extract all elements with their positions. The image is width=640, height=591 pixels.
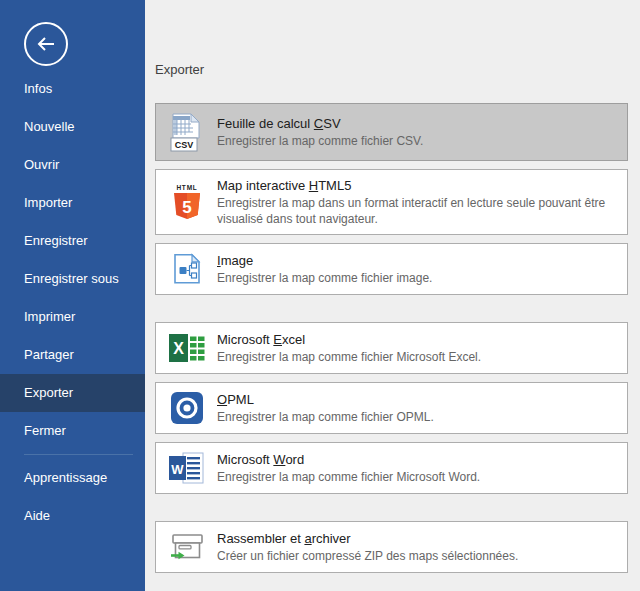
sidebar-item-imprimer[interactable]: Imprimer (0, 298, 145, 336)
title-text: Map interactive (217, 178, 309, 193)
csv-spreadsheet-icon: CSV (168, 111, 206, 153)
group-gap (155, 502, 628, 521)
export-option-text: Feuille de calcul CSV Enregistrer la map… (217, 115, 423, 149)
export-option-description: Enregistrer la map comme fichier Microso… (217, 469, 480, 485)
export-option-description: Enregistrer la map dans un format intera… (217, 195, 615, 227)
export-options-list: CSV Feuille de calcul CSV Enregistrer la… (155, 103, 628, 573)
title-accelerator: E (273, 332, 282, 347)
title-text: SV (323, 116, 340, 131)
title-text: Feuille de calcul (217, 116, 314, 131)
sidebar-item-apprentissage[interactable]: Apprentissage (0, 459, 145, 497)
export-option-description: Créer un fichier compressé ZIP des maps … (217, 548, 518, 564)
export-panel: Exporter CSV Feuille de calcul CSV Enreg… (145, 0, 640, 591)
sidebar-item-importer[interactable]: Importer (0, 184, 145, 222)
html5-icon-word: HTML (176, 184, 197, 191)
sidebar-item-exporter[interactable]: Exporter (0, 374, 145, 412)
sidebar-item-ouvrir[interactable]: Ouvrir (0, 146, 145, 184)
export-option-description: Enregistrer la map comme fichier image. (217, 270, 432, 286)
html5-icon-digit: 5 (182, 198, 191, 217)
sidebar-item-infos[interactable]: Infos (0, 70, 145, 108)
title-accelerator: H (309, 178, 318, 193)
export-option-title: Microsoft Word (217, 451, 480, 468)
title-text: Microsoft (217, 332, 273, 347)
export-option-text: Image Enregistrer la map comme fichier i… (217, 252, 432, 286)
title-text: rchiver (312, 531, 351, 546)
back-arrow-icon (34, 32, 58, 56)
title-text: ord (285, 452, 304, 467)
sidebar-item-enregistrer-sous[interactable]: Enregistrer sous (0, 260, 145, 298)
title-text: mage (221, 253, 254, 268)
title-text: Rassembler et (217, 531, 304, 546)
title-text: Microsoft (217, 452, 273, 467)
word-icon: W (168, 452, 206, 484)
export-option-description: Enregistrer la map comme fichier CSV. (217, 133, 423, 149)
title-accelerator: W (273, 452, 285, 467)
export-option-csv[interactable]: CSV Feuille de calcul CSV Enregistrer la… (155, 103, 628, 161)
sidebar-item-aide[interactable]: Aide (0, 497, 145, 535)
word-icon-letter: W (171, 462, 184, 477)
title-accelerator: O (217, 392, 227, 407)
opml-icon (168, 392, 206, 424)
sidebar-nav: Infos Nouvelle Ouvrir Importer Enregistr… (0, 70, 145, 535)
export-option-word[interactable]: W Microsoft Word Enregistrer la map comm… (155, 442, 628, 494)
export-option-excel[interactable]: X Microsoft Excel Enregistrer la map com… (155, 322, 628, 374)
export-option-text: Microsoft Word Enregistrer la map comme … (217, 451, 480, 485)
export-option-title: Map interactive HTML5 (217, 177, 615, 194)
title-text: PML (227, 392, 254, 407)
export-option-title: OPML (217, 391, 434, 408)
excel-icon-letter: X (173, 340, 184, 357)
excel-icon: X (168, 332, 206, 364)
html5-icon: HTML 5 (168, 183, 206, 221)
export-option-opml[interactable]: OPML Enregistrer la map comme fichier OP… (155, 382, 628, 434)
title-accelerator: a (304, 531, 311, 546)
title-text: xcel (282, 332, 305, 347)
export-option-description: Enregistrer la map comme fichier Microso… (217, 349, 481, 365)
export-option-title: Microsoft Excel (217, 331, 481, 348)
export-option-text: Rassembler et archiver Créer un fichier … (217, 530, 518, 564)
image-file-icon (168, 252, 206, 286)
export-option-image[interactable]: Image Enregistrer la map comme fichier i… (155, 243, 628, 295)
export-option-title: Image (217, 252, 432, 269)
archive-box-icon (168, 532, 206, 562)
export-option-text: Map interactive HTML5 Enregistrer la map… (217, 177, 615, 227)
sidebar-item-fermer[interactable]: Fermer (0, 412, 145, 450)
back-button[interactable] (24, 22, 68, 66)
export-option-text: OPML Enregistrer la map comme fichier OP… (217, 391, 434, 425)
title-text: TML5 (318, 178, 351, 193)
sidebar-item-nouvelle[interactable]: Nouvelle (0, 108, 145, 146)
sidebar-item-partager[interactable]: Partager (0, 336, 145, 374)
page-title: Exporter (155, 62, 640, 77)
title-accelerator: C (314, 116, 323, 131)
export-option-text: Microsoft Excel Enregistrer la map comme… (217, 331, 481, 365)
group-gap (155, 303, 628, 322)
export-option-archive[interactable]: Rassembler et archiver Créer un fichier … (155, 521, 628, 573)
export-option-description: Enregistrer la map comme fichier OPML. (217, 409, 434, 425)
backstage-sidebar: Infos Nouvelle Ouvrir Importer Enregistr… (0, 0, 145, 591)
csv-icon-label: CSV (175, 140, 194, 150)
export-option-html5[interactable]: HTML 5 Map interactive HTML5 Enregistrer… (155, 169, 628, 235)
sidebar-item-enregistrer[interactable]: Enregistrer (0, 222, 145, 260)
export-option-title: Feuille de calcul CSV (217, 115, 423, 132)
sidebar-separator (24, 454, 133, 455)
export-option-title: Rassembler et archiver (217, 530, 518, 547)
